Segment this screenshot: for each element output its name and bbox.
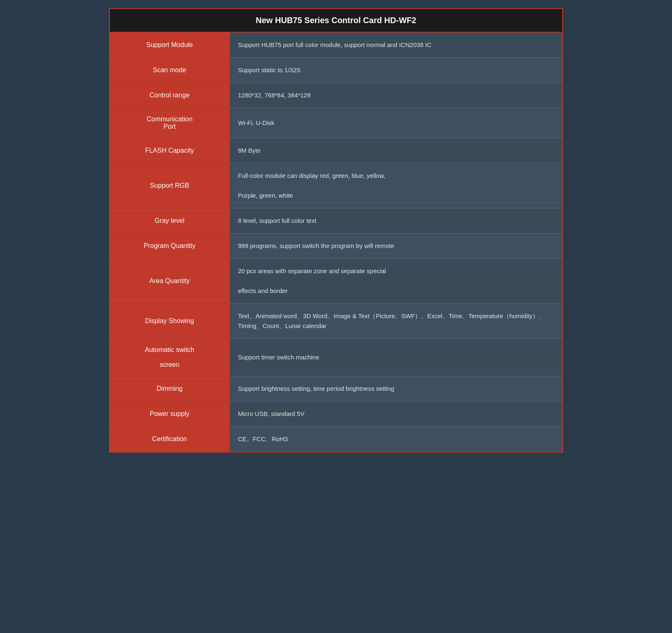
table-row: CommunicationPortWi-Fi, U-Disk [110,108,562,138]
value-cell: 20 pcs areas with separate zone and sepa… [230,259,562,304]
label-cell: FLASH Capacity [110,138,230,163]
label-cell: Support RGB [110,163,230,208]
label-cell: Area Quantity [110,259,230,304]
value-cell: Support static to 1/32S [230,58,562,83]
label-cell: CommunicationPort [110,108,230,138]
label-cell: Control range [110,83,230,108]
table-row: DimmingSupport brightness setting, time … [110,376,562,402]
table-row: Support RGBFull-color module can display… [110,163,562,208]
table-row: Scan modeSupport static to 1/32S [110,58,562,83]
value-cell: Full-color module can display red, green… [230,163,562,208]
value-cell: 8 level, support full color text [230,208,562,234]
table-row: Support ModuleSupport HUB75 port full co… [110,33,562,58]
spec-table: Support ModuleSupport HUB75 port full co… [110,33,562,452]
value-cell: Micro USB, standard 5V [230,402,562,427]
value-cell: 999 programs, support switch the program… [230,234,562,259]
table-row: Power supplyMicro USB, standard 5V [110,402,562,427]
table-row: Control range1280*32, 768*64, 384*128 [110,83,562,108]
value-cell: CE、FCC、RoHS [230,427,562,452]
table-row: Display ShowingText、Animated word、3D Wor… [110,304,562,339]
value-cell: 1280*32, 768*64, 384*128 [230,83,562,108]
table-title: New HUB75 Series Control Card HD-WF2 [110,9,562,33]
table-row: Program Quantity999 programs, support sw… [110,234,562,259]
table-row: Automatic switchscreenSupport timer swit… [110,339,562,376]
label-cell: Dimming [110,376,230,402]
label-cell: Automatic switchscreen [110,339,230,376]
label-cell: Power supply [110,402,230,427]
label-cell: Display Showing [110,304,230,339]
value-cell: Text、Animated word、3D Word、Image & Text（… [230,304,562,339]
label-cell: Scan mode [110,58,230,83]
label-cell: Program Quantity [110,234,230,259]
value-cell: 8M Byte [230,138,562,163]
label-cell: Certification [110,427,230,452]
value-cell: Support HUB75 port full color module, su… [230,33,562,58]
label-cell: Support Module [110,33,230,58]
value-cell: Wi-Fi, U-Disk [230,108,562,138]
label-cell: Gray level [110,208,230,234]
spec-table-container: New HUB75 Series Control Card HD-WF2 Sup… [109,8,563,453]
table-row: FLASH Capacity8M Byte [110,138,562,163]
table-row: CertificationCE、FCC、RoHS [110,427,562,452]
table-row: Gray level8 level, support full color te… [110,208,562,234]
value-cell: Support brightness setting, time period … [230,376,562,402]
value-cell: Support timer switch machine [230,339,562,376]
table-row: Area Quantity20 pcs areas with separate … [110,259,562,304]
